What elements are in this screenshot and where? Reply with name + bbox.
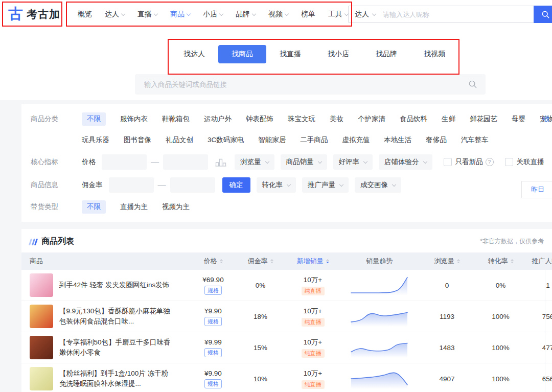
category-option[interactable]: 个护家清 — [358, 112, 385, 126]
category-option[interactable]: 奢侈品 — [426, 133, 447, 147]
category-option[interactable]: 运动户外 — [204, 112, 232, 126]
nav-item-label: 工具 — [328, 10, 342, 19]
category-option[interactable]: 虚拟充值 — [342, 133, 370, 147]
search-category-select[interactable]: 达人 — [349, 10, 382, 19]
table-row[interactable]: 【9.9元130包】香酥酥脆小麻花单独包装休闲食品混合口味...¥9.90规格1… — [21, 301, 552, 332]
column-header-转化率[interactable]: 转化率 — [476, 257, 525, 266]
category-option[interactable]: 二手商品 — [300, 133, 328, 147]
category-option[interactable]: 智能家居 — [258, 133, 286, 147]
category-option[interactable]: 本地生活 — [384, 133, 411, 147]
category-option[interactable]: 3C数码家电 — [208, 133, 244, 147]
price-distribution-icon[interactable] — [215, 157, 226, 167]
commission-min-input[interactable] — [109, 177, 154, 193]
category-option[interactable]: 玩具乐器 — [82, 133, 109, 147]
info-icon: ? — [486, 158, 494, 166]
nav-item-商品[interactable]: 商品 — [170, 10, 190, 19]
price-range-label: 价格 — [82, 157, 96, 167]
dropdown-商品销量[interactable]: 商品销量 — [281, 154, 327, 170]
nav-item-品牌[interactable]: 品牌 — [236, 10, 256, 19]
chevron-down-icon — [219, 11, 223, 15]
tab-找直播[interactable]: 找直播 — [266, 45, 314, 63]
dropdown-店铺体验分[interactable]: 店铺体验分 — [379, 154, 432, 170]
category-option[interactable]: 汽车整车 — [461, 133, 489, 147]
nav-item-工具[interactable]: 工具 — [328, 10, 348, 19]
confirm-button[interactable]: 确定 — [222, 177, 250, 193]
product-image — [30, 336, 53, 359]
tab-找商品[interactable]: 找商品 — [218, 45, 266, 63]
column-header-销量趋势: 销量趋势 — [341, 257, 418, 266]
column-header-推广人数[interactable]: 推广人数 — [525, 257, 552, 266]
collapse-filters-link[interactable]: 收 — [543, 114, 550, 124]
product-title[interactable]: 【9.9元130包】香酥酥脆小麻花单独包装休闲食品混合口味... — [59, 306, 171, 327]
column-header-价格[interactable]: 价格 — [190, 257, 236, 266]
category-option[interactable]: 图书音像 — [124, 133, 151, 147]
dropdown-成交画像[interactable]: 成交画像 — [355, 177, 401, 193]
table-row[interactable]: 【专享福利50包】手磨豆干多口味香嫩休闲小零食¥9.99规格15%10万+纯直播… — [21, 332, 552, 363]
core-metric-dropdowns: 浏览量商品销量好评率店铺体验分 — [228, 154, 432, 170]
trend-cell — [341, 367, 418, 390]
category-option[interactable]: 生鲜 — [442, 112, 455, 126]
dropdown-转化率[interactable]: 转化率 — [257, 177, 296, 193]
category-option[interactable]: 礼品文创 — [166, 133, 193, 147]
dropdown-推广声量[interactable]: 推广声量 — [302, 177, 349, 193]
column-label: 销量趋势 — [366, 257, 393, 266]
tab-找达人[interactable]: 找达人 — [170, 45, 218, 63]
header-search-button[interactable] — [534, 6, 552, 23]
nav-item-榜单[interactable]: 榜单 — [301, 10, 315, 19]
nav-item-达人[interactable]: 达人 — [105, 10, 125, 19]
nav-item-视频[interactable]: 视频 — [268, 10, 288, 19]
sale-type-option[interactable]: 不限 — [82, 200, 106, 214]
brand-logo[interactable]: 古 考古加 — [8, 7, 68, 22]
category-option[interactable]: 食品饮料 — [400, 112, 427, 126]
column-header-浏览量[interactable]: 浏览量 — [418, 257, 476, 266]
commission-cell: 18% — [236, 313, 285, 320]
nav-item-label: 达人 — [105, 10, 119, 19]
dropdown-好评率[interactable]: 好评率 — [333, 154, 373, 170]
product-title[interactable]: 【专享福利50包】手磨豆干多口味香嫩休闲小零食 — [59, 337, 171, 358]
sale-type-option[interactable]: 直播为主 — [120, 200, 148, 214]
dropdown-浏览量[interactable]: 浏览量 — [235, 154, 274, 170]
nav-item-概览[interactable]: 概览 — [78, 10, 92, 19]
price-min-input[interactable] — [102, 154, 147, 170]
column-header-新增销量[interactable]: 新增销量 — [285, 257, 341, 266]
spec-tag[interactable]: 规格 — [204, 317, 222, 326]
category-option[interactable]: 钟表配饰 — [246, 112, 273, 126]
category-option[interactable]: 鲜花园艺 — [470, 112, 497, 126]
table-row[interactable]: 【粉丝福利】到手1盒/100片 冻干粉免洗睡眠面膜补水保湿提...¥9.90规格… — [21, 363, 552, 392]
sales-trend-sparkline — [351, 274, 408, 295]
checkbox-关联直播[interactable]: 关联直播 — [505, 157, 544, 167]
category-options-row1: 不限服饰内衣鞋靴箱包运动户外钟表配饰珠宝文玩美妆个护家清食品饮料生鲜鲜花园艺母婴… — [82, 112, 552, 126]
nav-item-直播[interactable]: 直播 — [137, 10, 157, 19]
category-option[interactable]: 母婴 — [512, 112, 525, 126]
category-option[interactable]: 美妆 — [330, 112, 343, 126]
price-max-input[interactable] — [163, 154, 208, 170]
tab-找品牌[interactable]: 找品牌 — [362, 45, 410, 63]
category-option[interactable]: 鞋靴箱包 — [162, 112, 190, 126]
product-title[interactable]: 【粉丝福利】到手1盒/100片 冻干粉免洗睡眠面膜补水保湿提... — [59, 368, 171, 389]
spec-tag[interactable]: 规格 — [204, 379, 222, 388]
sale-type-option[interactable]: 视频为主 — [162, 200, 190, 214]
tab-找小店[interactable]: 找小店 — [314, 45, 362, 63]
sales-trend-sparkline — [351, 367, 408, 389]
sales-value: 10万+ — [285, 369, 341, 378]
category-option[interactable]: 服饰内衣 — [120, 112, 148, 126]
product-title[interactable]: 到手42件 轻奢 发夹发圈网红ins发饰 — [59, 280, 171, 290]
date-range-button[interactable]: 昨日 — [521, 181, 552, 198]
column-header-佣金率[interactable]: 佣金率 — [236, 257, 285, 266]
spec-tag[interactable]: 规格 — [204, 286, 222, 295]
chevron-down-icon — [154, 11, 158, 15]
table-row[interactable]: 到手42件 轻奢 发夹发圈网红ins发饰¥69.90规格0%10万+纯直播00%… — [21, 270, 552, 301]
product-search-input[interactable] — [143, 80, 468, 89]
commission-max-input[interactable] — [170, 177, 215, 193]
category-option[interactable]: 珠宝文玩 — [288, 112, 315, 126]
data-disclaimer: *非官方数据，仅供参考 — [480, 237, 544, 246]
search-category-value: 达人 — [355, 10, 369, 19]
header-search-box: 达人 — [348, 6, 552, 23]
tab-找视频[interactable]: 找视频 — [410, 45, 458, 63]
nav-item-小店[interactable]: 小店 — [203, 10, 223, 19]
checkbox-只看新品[interactable]: 只看新品? — [444, 157, 494, 167]
category-option[interactable]: 不限 — [82, 112, 106, 126]
checkbox-box — [505, 158, 513, 166]
header-search-input[interactable] — [382, 10, 534, 19]
spec-tag[interactable]: 规格 — [204, 348, 222, 357]
